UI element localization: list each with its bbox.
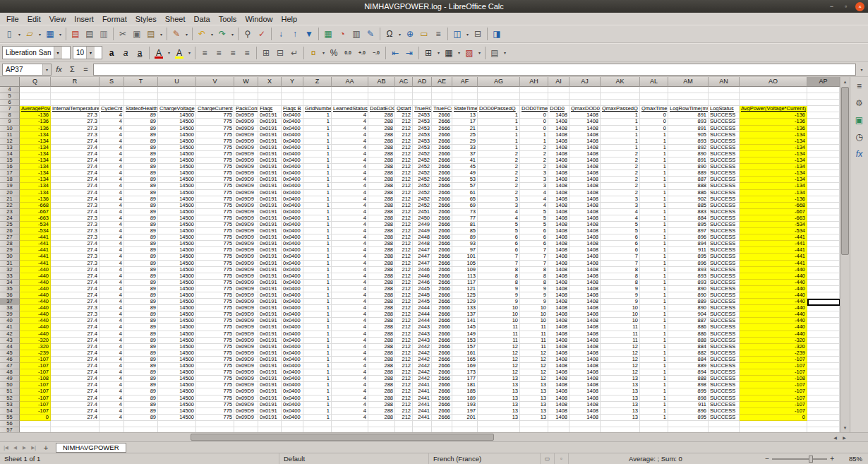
cell-AN37[interactable]: SUCCESS: [709, 299, 740, 305]
cell-V16[interactable]: 775: [196, 164, 234, 170]
cell-AG27[interactable]: 6: [478, 234, 520, 241]
cell-W14[interactable]: 0x09D9: [234, 151, 258, 157]
cell-AK49[interactable]: 13: [601, 376, 640, 382]
cell-AK39[interactable]: 10: [601, 311, 640, 318]
cell-AO17[interactable]: -134: [740, 170, 807, 177]
cell-U34[interactable]: 14500: [158, 280, 196, 286]
delete-decimal-place-icon[interactable]: −.0: [369, 46, 383, 60]
cell-AE20[interactable]: 2666: [432, 190, 452, 196]
cell-W43[interactable]: 0x09D9: [234, 338, 258, 344]
cell-V37[interactable]: 775: [196, 299, 234, 305]
cell-AA36[interactable]: 4: [332, 292, 368, 299]
cell-AA31[interactable]: 4: [332, 261, 368, 267]
cell-AA14[interactable]: 4: [332, 151, 368, 157]
cell-AE22[interactable]: 2666: [432, 203, 452, 209]
cell-AI31[interactable]: 1408: [548, 261, 569, 267]
cell-S21[interactable]: 4: [100, 196, 124, 203]
cell-AM25[interactable]: 895: [668, 222, 709, 228]
cell-AD15[interactable]: 2452: [413, 157, 432, 164]
cell-X19[interactable]: 0x0191: [258, 183, 282, 189]
cell-AM27[interactable]: 896: [668, 234, 709, 241]
cell-AC42[interactable]: 212: [395, 331, 413, 338]
wrap-text-icon[interactable]: ↵: [287, 46, 301, 60]
cell-AJ55[interactable]: 1408: [569, 415, 601, 421]
cell-AL38[interactable]: 1: [640, 305, 668, 311]
cell-AL13[interactable]: 1: [640, 145, 668, 151]
cell-Q4[interactable]: [20, 87, 51, 93]
scroll-left-arrow[interactable]: ◀: [831, 433, 840, 441]
column-header-AD[interactable]: AD: [413, 77, 432, 87]
cell-V46[interactable]: 775: [196, 357, 234, 363]
cell-X5[interactable]: [258, 93, 282, 100]
clone-formatting-icon[interactable]: ✎: [169, 27, 183, 41]
cell-S11[interactable]: 4: [100, 132, 124, 138]
cell-S35[interactable]: 4: [100, 286, 124, 292]
paste-icon[interactable]: ▤: [144, 27, 158, 41]
cell-AP17[interactable]: [807, 170, 840, 177]
cell-AE6[interactable]: [432, 100, 452, 106]
cell-X31[interactable]: 0x0191: [258, 261, 282, 267]
cell-W34[interactable]: 0x09D9: [234, 280, 258, 286]
column-header-V[interactable]: V: [196, 77, 234, 87]
cell-AJ13[interactable]: 1408: [569, 145, 601, 151]
cell-Q34[interactable]: -440: [20, 280, 51, 286]
cell-Q17[interactable]: -134: [20, 170, 51, 177]
menu-tools[interactable]: Tools: [215, 14, 241, 24]
cell-AE27[interactable]: 2666: [432, 234, 452, 241]
cell-AO27[interactable]: -441: [740, 234, 807, 241]
cell-AF8[interactable]: 13: [452, 112, 478, 119]
cell-AA23[interactable]: 4: [332, 209, 368, 215]
cell-AF41[interactable]: 145: [452, 324, 478, 331]
menu-sheet[interactable]: Sheet: [161, 14, 190, 24]
cell-U11[interactable]: 14500: [158, 132, 196, 138]
cell-Y9[interactable]: 0x0400: [282, 119, 303, 125]
cell-S51[interactable]: 4: [100, 388, 124, 395]
cell-T9[interactable]: 89: [124, 119, 158, 125]
column-header-X[interactable]: X: [258, 77, 282, 87]
cell-AH46[interactable]: 12: [520, 357, 548, 363]
cell-S48[interactable]: 4: [100, 369, 124, 376]
cell-AG5[interactable]: [478, 93, 520, 100]
cell-AD50[interactable]: 2441: [413, 382, 432, 388]
cell-AO13[interactable]: -134: [740, 145, 807, 151]
cell-AP33[interactable]: [807, 273, 840, 280]
cell-AH31[interactable]: 7: [520, 261, 548, 267]
cell-AD12[interactable]: 2453: [413, 138, 432, 145]
cell-U54[interactable]: 14500: [158, 408, 196, 415]
document-modified-status[interactable]: ▫: [555, 453, 569, 464]
cell-AA38[interactable]: 4: [332, 305, 368, 311]
cell-AO38[interactable]: -440: [740, 305, 807, 311]
cell-AI36[interactable]: 1408: [548, 292, 569, 299]
cell-AG49[interactable]: 13: [478, 376, 520, 382]
cell-AM51[interactable]: 895: [668, 388, 709, 395]
cell-AB37[interactable]: 288: [368, 299, 395, 305]
cell-AF54[interactable]: 197: [452, 408, 478, 415]
cell-AO32[interactable]: -440: [740, 267, 807, 273]
cell-AJ43[interactable]: 1408: [569, 338, 601, 344]
column-header-Q[interactable]: Q: [20, 77, 51, 87]
cell-W36[interactable]: 0x09D9: [234, 292, 258, 299]
cell-AG57[interactable]: [478, 427, 520, 432]
cell-AN18[interactable]: SUCCESS: [709, 177, 740, 183]
cell-AC32[interactable]: 212: [395, 267, 413, 273]
cell-X9[interactable]: 0x0191: [258, 119, 282, 125]
cell-AO37[interactable]: -440: [740, 299, 807, 305]
cell-R39[interactable]: 27.3: [51, 311, 100, 318]
cell-V35[interactable]: 775: [196, 286, 234, 292]
cell-Z7[interactable]: GridNumber: [303, 106, 332, 112]
cell-AG26[interactable]: 5: [478, 228, 520, 234]
cell-T27[interactable]: 89: [124, 234, 158, 241]
cell-AP35[interactable]: [807, 286, 840, 292]
cell-AG53[interactable]: 13: [478, 402, 520, 408]
cell-R4[interactable]: [51, 87, 100, 93]
cell-Y38[interactable]: 0x0400: [282, 305, 303, 311]
cell-AF33[interactable]: 113: [452, 273, 478, 280]
cell-S47[interactable]: 4: [100, 363, 124, 369]
cell-AE32[interactable]: 2666: [432, 267, 452, 273]
format-as-percent-icon[interactable]: %: [327, 46, 341, 60]
cell-AB34[interactable]: 288: [368, 280, 395, 286]
cell-AF55[interactable]: 201: [452, 415, 478, 421]
cell-AG30[interactable]: 7: [478, 254, 520, 260]
insert-special-character-dropdown[interactable]: ▾: [397, 27, 403, 41]
cell-AG54[interactable]: 13: [478, 408, 520, 415]
